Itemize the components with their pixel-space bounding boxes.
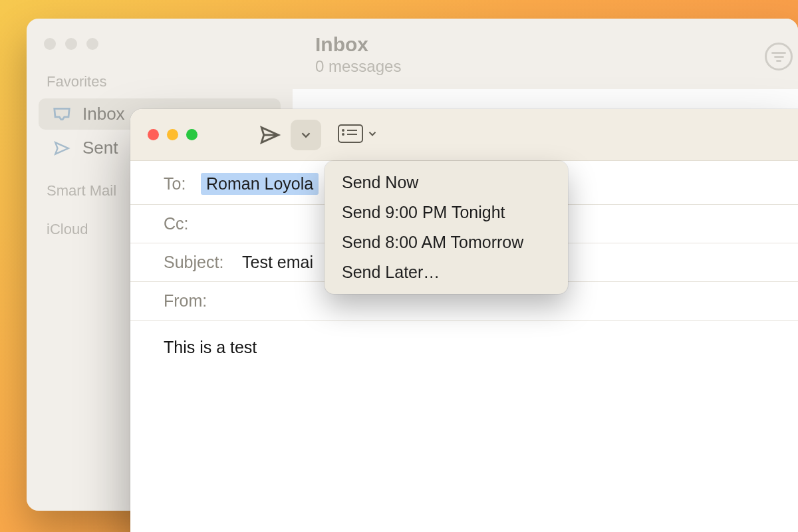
- menu-item-send-tomorrow[interactable]: Send 8:00 AM Tomorrow: [325, 227, 568, 257]
- maximize-window-button[interactable]: [86, 38, 98, 50]
- compose-body-text: This is a test: [164, 338, 257, 356]
- chevron-down-icon: [299, 128, 313, 142]
- from-label: From:: [164, 291, 217, 311]
- compose-window-controls: [145, 129, 198, 140]
- sidebar-section-favorites: Favorites: [27, 57, 293, 96]
- close-window-button[interactable]: [148, 129, 159, 140]
- send-options-dropdown-button[interactable]: [291, 120, 321, 150]
- menu-item-send-tonight[interactable]: Send 9:00 PM Tonight: [325, 198, 568, 227]
- minimize-window-button[interactable]: [65, 38, 77, 50]
- to-label: To:: [164, 174, 201, 194]
- subject-label: Subject:: [164, 253, 238, 272]
- maximize-window-button[interactable]: [186, 129, 198, 140]
- mailbox-title: Inbox: [315, 33, 775, 56]
- window-controls: [27, 31, 293, 57]
- compose-toolbar: [130, 109, 798, 161]
- sent-icon: [52, 140, 72, 157]
- minimize-window-button[interactable]: [167, 129, 178, 140]
- mail-list-header: Inbox 0 messages: [293, 19, 798, 89]
- menu-item-send-later[interactable]: Send Later…: [325, 257, 568, 287]
- header-fields-toggle[interactable]: [337, 124, 378, 146]
- filter-icon[interactable]: [765, 43, 793, 70]
- inbox-icon: [52, 106, 72, 123]
- paper-plane-icon: [259, 124, 281, 146]
- recipient-chip[interactable]: Roman Loyola: [201, 173, 319, 195]
- menu-item-send-now[interactable]: Send Now: [325, 168, 568, 198]
- send-options-menu: Send Now Send 9:00 PM Tonight Send 8:00 …: [325, 161, 568, 294]
- subject-value[interactable]: Test emai: [242, 253, 313, 272]
- sidebar-item-label: Sent: [82, 138, 118, 158]
- send-button[interactable]: [255, 120, 285, 150]
- sidebar-item-label: Inbox: [82, 104, 125, 124]
- close-window-button[interactable]: [44, 38, 56, 50]
- cc-label: Cc:: [164, 214, 201, 233]
- mailbox-message-count: 0 messages: [315, 57, 775, 76]
- chevron-down-icon: [366, 128, 378, 142]
- header-fields-icon: [337, 124, 364, 146]
- compose-body[interactable]: This is a test: [130, 321, 798, 532]
